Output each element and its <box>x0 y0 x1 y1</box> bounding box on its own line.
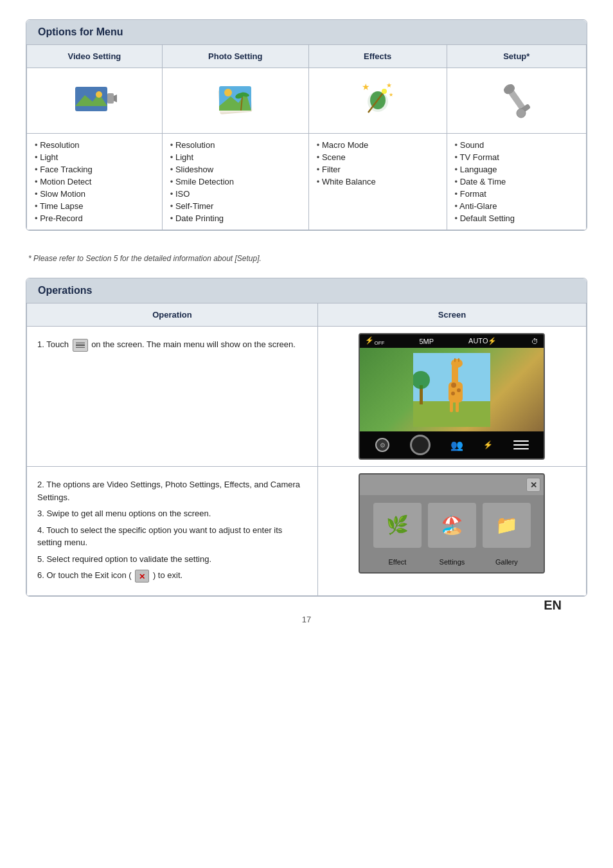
operations-table: Operation Screen 1. Touch <box>26 303 587 596</box>
svg-point-32 <box>451 359 463 368</box>
settings-icon: 🏖️ <box>441 514 463 536</box>
cam-resolution: 5MP <box>419 338 434 345</box>
setup-list-item: TV Format <box>455 151 578 163</box>
svg-point-33 <box>451 383 456 388</box>
photo-list-item: Self-Timer <box>170 200 301 212</box>
photo-list-item: Smile Detection <box>170 176 301 188</box>
page-footer: 17 <box>26 615 587 624</box>
video-list-item: Resolution <box>35 139 154 151</box>
effects-icon-cell: ★ ★ ★ <box>308 68 447 134</box>
cam-timer-icon: ⏱ <box>531 338 538 345</box>
op-menu-screen-cell: ✕ 🌿 🏖️ <box>317 467 586 596</box>
video-list-item: Time Lapse <box>35 200 154 212</box>
ops-col-header-screen: Screen <box>317 303 586 327</box>
setup-list-item: Language <box>455 163 578 176</box>
svg-rect-41 <box>458 358 459 362</box>
cam-auto: AUTO⚡ <box>468 337 497 345</box>
svg-point-34 <box>457 388 461 392</box>
cam-settings-btn[interactable]: ⚙ <box>375 438 389 452</box>
cam-people-icon: 👥 <box>450 439 463 451</box>
setup-list-item: Default Setting <box>455 212 578 224</box>
photo-list-item: Resolution <box>170 139 301 151</box>
svg-rect-3 <box>107 93 114 104</box>
camera-bottombar: ⚙ 👥 ⚡ <box>360 431 544 458</box>
exit-icon: ✕ <box>135 570 149 583</box>
effects-icon: ★ ★ ★ <box>355 77 400 122</box>
svg-rect-40 <box>454 358 456 362</box>
setup-list-item: Format <box>455 188 578 200</box>
svg-point-19 <box>382 89 387 94</box>
video-list-item: Slow Motion <box>35 188 154 200</box>
svg-point-11 <box>224 89 232 96</box>
effects-list-item: Scene <box>317 151 439 163</box>
menu-screen-topbar: ✕ <box>360 475 544 495</box>
ops-col-header-operation: Operation <box>27 303 318 327</box>
photo-list-item: Light <box>170 151 301 163</box>
camera-image-area <box>360 348 544 431</box>
col-header-photo: Photo Setting <box>162 45 308 68</box>
camera-topbar: ⚡OFF 5MP AUTO⚡ ⏱ <box>360 334 544 348</box>
svg-rect-37 <box>456 401 459 412</box>
photo-setting-list: Resolution Light Slideshow Smile Detecti… <box>170 139 301 224</box>
menu-labels-row: Effect Settings Gallery <box>360 556 544 572</box>
cam-menu-btn[interactable] <box>513 439 529 451</box>
effect-icon: 🌿 <box>386 514 409 536</box>
setup-icon <box>494 77 539 122</box>
setup-list-cell: Sound TV Format Language Date & Time For… <box>447 134 586 230</box>
footnote: * Please refer to Section 5 for the deta… <box>26 249 587 268</box>
op-step-6: 6. Or touch the Exit icon ( ✕ ) to exit. <box>37 569 307 583</box>
effects-list: Macro Mode Scene Filter White Balance <box>317 139 439 188</box>
menu-icons-row: 🌿 🏖️ 📁 <box>360 495 544 556</box>
setup-icon-cell <box>447 68 586 134</box>
cam-flash-icon: ⚡OFF <box>365 336 384 346</box>
op-camera-screen-cell: ⚡OFF 5MP AUTO⚡ ⏱ <box>317 327 586 467</box>
effects-list-item: Filter <box>317 163 439 176</box>
setup-list-item: Date & Time <box>455 176 578 188</box>
op-step-4: 4. Touch to select the specific option y… <box>37 524 307 549</box>
menu-screen-mockup: ✕ 🌿 🏖️ <box>359 473 545 574</box>
op-step-3: 3. Swipe to get all menu options on the … <box>37 507 307 520</box>
svg-text:★: ★ <box>389 92 393 98</box>
menu-item-settings[interactable]: 🏖️ <box>428 503 476 548</box>
photo-list-item: ISO <box>170 188 301 200</box>
setup-list: Sound TV Format Language Date & Time For… <box>455 139 578 224</box>
menu-close-btn[interactable]: ✕ <box>526 478 540 492</box>
video-setting-icon-cell <box>27 68 163 134</box>
effects-list-item: White Balance <box>317 176 439 188</box>
video-setting-list-cell: Resolution Light Face Tracking Motion De… <box>27 134 163 230</box>
menu-label-effect: Effect <box>373 558 422 566</box>
menu-label-gallery: Gallery <box>483 558 531 566</box>
effects-list-cell: Macro Mode Scene Filter White Balance <box>308 134 447 230</box>
operations-section-title: Operations <box>26 278 587 303</box>
photo-list-item: Slideshow <box>170 163 301 176</box>
photo-setting-list-cell: Resolution Light Slideshow Smile Detecti… <box>162 134 308 230</box>
svg-point-35 <box>451 392 455 395</box>
video-list-item: Face Tracking <box>35 163 154 176</box>
svg-text:★: ★ <box>386 82 392 89</box>
gallery-icon: 📁 <box>495 514 518 536</box>
op-step-5: 5. Select required option to validate th… <box>37 553 307 566</box>
svg-text:★: ★ <box>362 82 370 92</box>
col-header-video: Video Setting <box>27 45 163 68</box>
options-section: Options for Menu Video Setting Photo Set… <box>26 19 587 231</box>
options-section-title: Options for Menu <box>26 20 587 44</box>
cam-flash-btn[interactable]: ⚡ <box>483 440 493 449</box>
giraffe-image <box>413 353 490 427</box>
menu-item-gallery[interactable]: 📁 <box>483 503 531 548</box>
operations-section: Operations Operation Screen 1. Touch <box>26 278 587 597</box>
photo-setting-icon-cell <box>162 68 308 134</box>
svg-point-2 <box>96 91 102 98</box>
menu-touch-icon <box>73 339 88 352</box>
camera-screen-mockup: ⚡OFF 5MP AUTO⚡ ⏱ <box>359 333 545 460</box>
photo-list-item: Date Printing <box>170 212 301 224</box>
op-touch-text-cell: 1. Touch on the screen. The main menu wi… <box>27 327 318 467</box>
menu-item-effect[interactable]: 🌿 <box>373 503 422 548</box>
op-touch-text: 1. Touch on the screen. The main menu wi… <box>37 338 307 352</box>
video-setting-list: Resolution Light Face Tracking Motion De… <box>35 139 154 224</box>
video-setting-icon <box>72 77 117 122</box>
cam-shutter-btn[interactable] <box>410 435 431 455</box>
col-header-effects: Effects <box>308 45 447 68</box>
svg-rect-36 <box>450 401 453 412</box>
op-steps-text-cell: 2. The options are Video Settings, Photo… <box>27 467 318 596</box>
video-list-item: Pre-Record <box>35 212 154 224</box>
